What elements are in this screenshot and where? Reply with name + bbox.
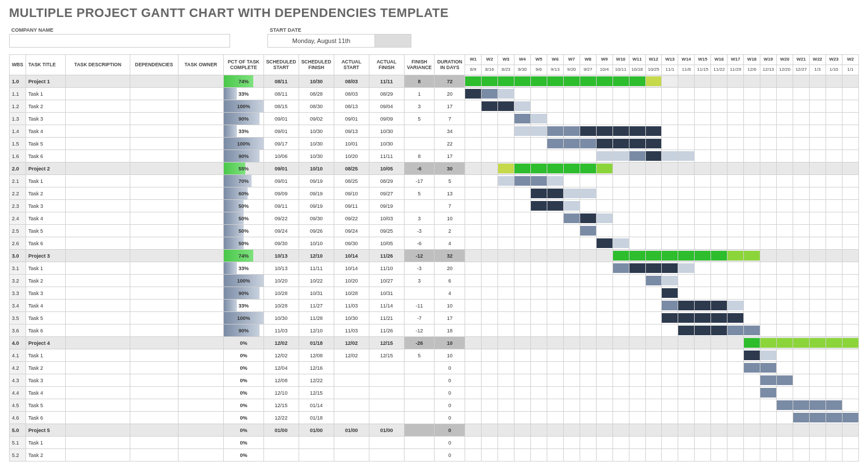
week-date-10: 10/18 xyxy=(629,65,645,75)
pct-cell[interactable]: 50% xyxy=(224,200,263,212)
week-header-2: W3 xyxy=(498,55,514,65)
pct-cell[interactable]: 0% xyxy=(224,387,263,399)
pct-cell[interactable]: 60% xyxy=(224,187,263,200)
week-date-5: 9/13 xyxy=(547,65,563,75)
week-header-16: W17 xyxy=(727,55,744,65)
week-date-20: 12/27 xyxy=(793,65,809,75)
table-row: 5.1Task 10%0 xyxy=(10,437,859,449)
company-label: COMPANY NAME xyxy=(9,26,230,34)
pct-cell[interactable]: 0% xyxy=(224,349,263,362)
week-header-15: W16 xyxy=(711,55,727,65)
pct-cell[interactable]: 90% xyxy=(224,324,263,337)
week-date-7: 9/27 xyxy=(580,65,596,75)
pct-cell[interactable]: 0% xyxy=(224,412,263,424)
meta-row: COMPANY NAME START DATE Monday, August 1… xyxy=(9,26,859,48)
gantt-table: WBS TASK TITLE TASK DESCRIPTION DEPENDEN… xyxy=(9,54,859,462)
table-row: 3.3Task 390%10/2810/3110/2810/314 xyxy=(10,287,859,300)
table-row: 3.5Task 5100%10/3011/2810/3011/21-717 xyxy=(10,312,859,324)
week-date-1: 8/16 xyxy=(482,65,498,75)
table-row: 4.1Task 10%12/0212/0812/0212/15510 xyxy=(10,349,859,362)
pct-cell[interactable]: 33% xyxy=(224,88,263,100)
pct-cell[interactable]: 74% xyxy=(224,75,263,88)
pct-cell[interactable]: 50% xyxy=(224,237,263,250)
week-header-20: W21 xyxy=(793,55,809,65)
pct-cell[interactable]: 50% xyxy=(224,225,263,237)
pct-cell[interactable]: 33% xyxy=(224,300,263,312)
pct-cell[interactable]: 100% xyxy=(224,100,263,113)
pct-cell[interactable]: 33% xyxy=(224,262,263,275)
week-date-15: 11/22 xyxy=(711,65,727,75)
pct-cell[interactable]: 0% xyxy=(224,374,263,387)
header-actual-finish: ACTUAL FINISH xyxy=(369,55,404,75)
table-row: 1.2Task 2100%08/1508/3008/1309/04317 xyxy=(10,100,859,113)
table-row: 2.2Task 260%09/0909/1909/1009/27513 xyxy=(10,187,859,200)
pct-cell[interactable]: 0% xyxy=(224,424,263,437)
table-row: 1.3Task 390%09/0109/0209/0109/0957 xyxy=(10,113,859,125)
header-wbs: WBS xyxy=(10,55,26,75)
header-dependencies: DEPENDENCIES xyxy=(130,55,178,75)
pct-cell[interactable]: 33% xyxy=(224,125,263,138)
pct-cell[interactable]: 70% xyxy=(224,175,263,187)
table-row: 1.0Project 174%08/1110/3008/0311/11872 xyxy=(10,75,859,88)
week-date-4: 9/6 xyxy=(530,65,547,75)
date-extra-cell[interactable] xyxy=(375,34,411,48)
table-row: 2.1Task 170%09/0109/1908/2508/29-175 xyxy=(10,175,859,187)
week-header-8: W9 xyxy=(596,55,612,65)
week-date-9: 10/11 xyxy=(612,65,629,75)
table-row: 5.0Project 50%01/0001/0001/0001/000 xyxy=(10,424,859,437)
table-row: 3.2Task 2100%10/2010/2210/2010/2736 xyxy=(10,275,859,287)
pct-cell[interactable]: 100% xyxy=(224,312,263,324)
week-header-10: W11 xyxy=(629,55,645,65)
table-row: 5.2Task 20%0 xyxy=(10,449,859,462)
pct-cell[interactable]: 55% xyxy=(224,163,263,175)
pct-cell[interactable]: 0% xyxy=(224,449,263,462)
start-date-label: START DATE xyxy=(267,26,411,34)
week-date-23: 1/1 xyxy=(842,65,858,75)
week-date-11: 10/25 xyxy=(645,65,662,75)
week-date-16: 11/29 xyxy=(727,65,744,75)
header-actual-start: ACTUAL START xyxy=(334,55,369,75)
week-header-0: W1 xyxy=(465,55,482,65)
week-date-3: 8/30 xyxy=(514,65,531,75)
pct-cell[interactable]: 0% xyxy=(224,437,263,449)
week-date-19: 12/20 xyxy=(777,65,793,75)
table-row: 2.3Task 350%09/1109/1909/1109/197 xyxy=(10,200,859,212)
pct-cell[interactable]: 100% xyxy=(224,138,263,150)
week-date-13: 11/8 xyxy=(678,65,695,75)
week-header-1: W2 xyxy=(482,55,498,65)
week-header-11: W12 xyxy=(645,55,662,65)
pct-cell[interactable]: 90% xyxy=(224,150,263,163)
header-task-desc: TASK DESCRIPTION xyxy=(66,55,130,75)
week-header-9: W10 xyxy=(612,55,629,65)
pct-cell[interactable]: 90% xyxy=(224,113,263,125)
table-row: 3.4Task 433%10/2811/2711/0311/14-1110 xyxy=(10,300,859,312)
pct-cell[interactable]: 90% xyxy=(224,287,263,300)
pct-cell[interactable]: 0% xyxy=(224,337,263,349)
week-header-4: W5 xyxy=(530,55,547,65)
table-row: 3.6Task 690%11/0312/1011/0311/26-1218 xyxy=(10,324,859,337)
week-date-2: 8/23 xyxy=(498,65,514,75)
header-task-owner: TASK OWNER xyxy=(178,55,224,75)
week-date-0: 8/9 xyxy=(465,65,482,75)
header-sched-finish: SCHEDULED FINISH xyxy=(299,55,334,75)
table-row: 2.5Task 550%09/2409/2609/2409/25-32 xyxy=(10,225,859,237)
table-row: 3.0Project 374%10/1312/1010/1411/26-1232 xyxy=(10,250,859,262)
table-row: 4.3Task 30%12/0812/220 xyxy=(10,374,859,387)
week-date-17: 12/6 xyxy=(744,65,760,75)
pct-cell[interactable]: 50% xyxy=(224,212,263,225)
pct-cell[interactable]: 74% xyxy=(224,250,263,262)
week-header-23: W2 xyxy=(842,55,858,65)
week-date-21: 1/3 xyxy=(809,65,826,75)
pct-cell[interactable]: 100% xyxy=(224,275,263,287)
pct-cell[interactable]: 0% xyxy=(224,362,263,374)
table-row: 2.4Task 450%09/2209/3009/2210/03310 xyxy=(10,212,859,225)
company-input[interactable] xyxy=(9,34,230,48)
table-row: 3.1Task 133%10/1311/1110/1411/10-320 xyxy=(10,262,859,275)
start-date-value[interactable]: Monday, August 11th xyxy=(267,34,375,48)
pct-cell[interactable]: 0% xyxy=(224,399,263,412)
table-row: 2.0Project 255%09/0110/1008/2510/05-630 xyxy=(10,163,859,175)
table-row: 1.4Task 433%09/0110/3009/1310/3034 xyxy=(10,125,859,138)
week-header-14: W15 xyxy=(695,55,711,65)
header-finish-var: FINISH VARIANCE xyxy=(404,55,435,75)
table-row: 4.2Task 20%12/0412/160 xyxy=(10,362,859,374)
